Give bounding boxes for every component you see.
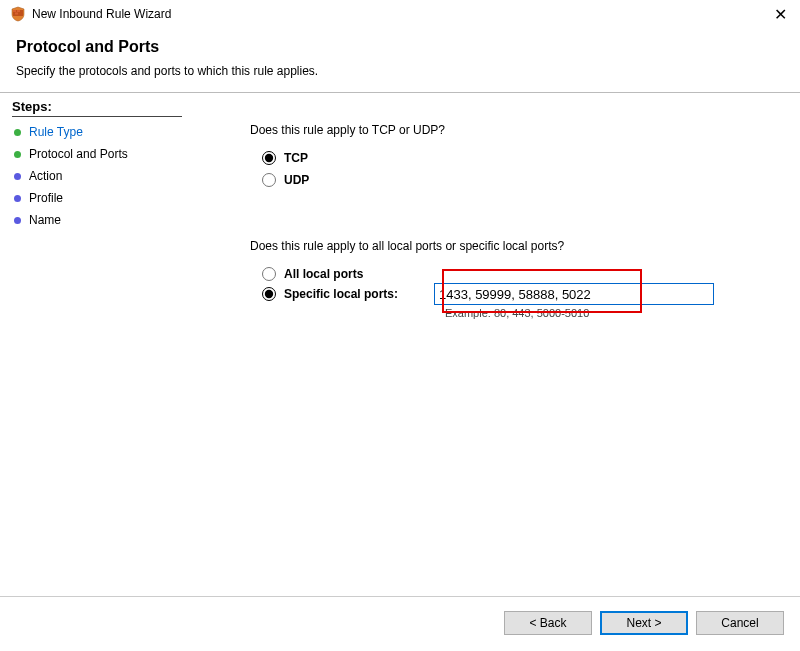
steps-sidebar: Steps: Rule Type Protocol and Ports Acti… [0,93,190,593]
radio-udp-label[interactable]: UDP [284,173,309,187]
radio-udp[interactable] [262,173,276,187]
svg-rect-1 [13,10,16,12]
radio-tcp-label[interactable]: TCP [284,151,308,165]
ports-example-text: Example: 80, 443, 5000-5010 [250,307,780,319]
radio-all-ports-label[interactable]: All local ports [284,267,434,281]
page-title: Protocol and Ports [16,38,784,56]
next-button[interactable]: Next > [600,611,688,635]
step-name[interactable]: Name [12,209,182,231]
step-profile[interactable]: Profile [12,187,182,209]
bullet-icon [14,195,21,202]
close-icon[interactable]: ✕ [770,5,790,24]
back-button[interactable]: < Back [504,611,592,635]
bullet-icon [14,217,21,224]
wizard-content: Does this rule apply to TCP or UDP? TCP … [190,93,800,593]
cancel-button[interactable]: Cancel [696,611,784,635]
page-subtitle: Specify the protocols and ports to which… [16,64,784,78]
radio-specific-ports[interactable] [262,287,276,301]
steps-heading: Steps: [12,99,182,114]
step-label: Protocol and Ports [29,147,128,161]
radio-specific-ports-label[interactable]: Specific local ports: [284,287,434,301]
step-label: Name [29,213,61,227]
step-protocol-and-ports[interactable]: Protocol and Ports [12,143,182,165]
ports-question: Does this rule apply to all local ports … [250,239,780,253]
svg-rect-2 [17,10,20,12]
bullet-icon [14,129,21,136]
footer-divider [0,596,800,597]
bullet-icon [14,173,21,180]
step-label: Rule Type [29,125,83,139]
specific-ports-input[interactable] [434,283,714,305]
step-rule-type[interactable]: Rule Type [12,121,182,143]
radio-specific-ports-row[interactable]: Specific local ports: [250,283,780,305]
radio-tcp[interactable] [262,151,276,165]
radio-all-ports-row[interactable]: All local ports [250,267,780,281]
radio-all-ports[interactable] [262,267,276,281]
titlebar: New Inbound Rule Wizard ✕ [0,0,800,28]
step-label: Profile [29,191,63,205]
protocol-question: Does this rule apply to TCP or UDP? [250,123,780,137]
radio-tcp-row[interactable]: TCP [250,151,780,165]
radio-udp-row[interactable]: UDP [250,173,780,187]
steps-underline [12,116,182,117]
svg-rect-3 [15,13,18,15]
step-action[interactable]: Action [12,165,182,187]
step-label: Action [29,169,62,183]
bullet-icon [14,151,21,158]
window-title: New Inbound Rule Wizard [32,7,770,21]
firewall-shield-icon [10,6,26,22]
wizard-footer: < Back Next > Cancel [504,611,784,635]
wizard-header: Protocol and Ports Specify the protocols… [0,28,800,86]
